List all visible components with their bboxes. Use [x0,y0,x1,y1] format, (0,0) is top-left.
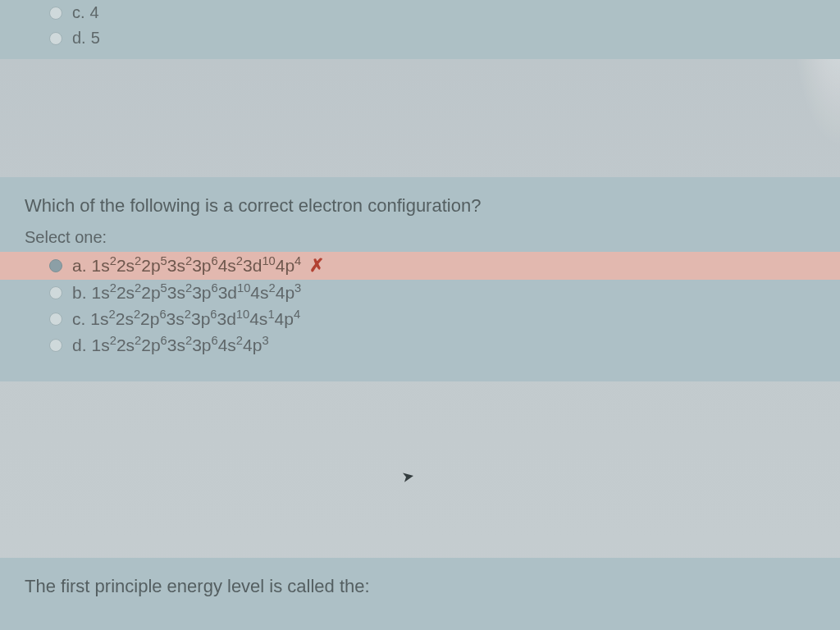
option-letter: a. [72,256,87,276]
select-one-label: Select one: [0,228,840,252]
option-letter: d. [72,29,86,48]
radio-icon[interactable] [49,259,62,272]
prev-option-d[interactable]: d. 5 [0,25,840,51]
electron-config: 1s22s22p53s23p64s23d104p4 [92,256,302,276]
option-row-d[interactable]: d. 1s22s22p63s23p64s24p3 [0,332,840,358]
option-row-b[interactable]: b. 1s22s22p53s23p63d104s24p3 [0,280,840,306]
wrong-mark-icon: ✗ [309,255,324,276]
option-text: 5 [91,29,100,48]
previous-question-card: c. 4 d. 5 [0,0,840,59]
page: c. 4 d. 5 Which of the following is a co… [0,0,840,630]
radio-icon[interactable] [49,286,62,299]
electron-config: 1s22s22p63s23p64s24p3 [92,336,269,355]
option-letter: d. [72,336,87,355]
radio-icon[interactable] [49,313,62,326]
question-prompt: The first principle energy level is call… [0,571,840,609]
option-letter: b. [72,283,87,303]
question-prompt: Which of the following is a correct elec… [0,190,840,228]
option-text: 4 [90,3,99,22]
option-row-a[interactable]: a. 1s22s22p53s23p64s23d104p4✗ [0,252,840,280]
electron-config: 1s22s22p63s23p63d104s14p4 [90,309,300,329]
option-letter: c. [72,309,85,329]
question-card-first-principle: The first principle energy level is call… [0,558,840,630]
electron-config: 1s22s22p53s23p63d104s24p3 [92,283,302,303]
prev-option-c[interactable]: c. 4 [0,0,840,25]
option-row-c[interactable]: c. 1s22s22p63s23p63d104s14p4 [0,306,840,332]
question-card-electron-config: Which of the following is a correct elec… [0,177,840,381]
option-list: a. 1s22s22p53s23p64s23d104p4✗b. 1s22s22p… [0,252,840,358]
option-letter: c. [72,3,85,22]
radio-icon[interactable] [49,32,62,45]
radio-icon[interactable] [49,7,62,20]
mouse-cursor-icon: ➤ [400,467,416,486]
radio-icon[interactable] [49,339,62,352]
